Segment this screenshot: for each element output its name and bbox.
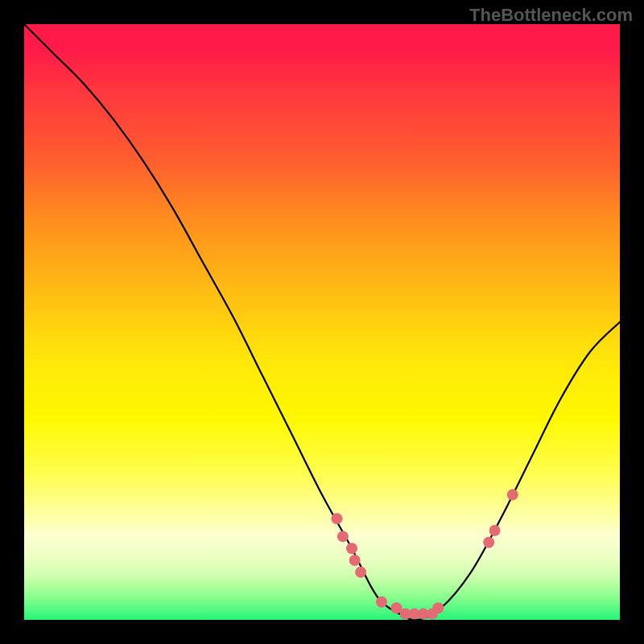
chart-point <box>346 543 357 554</box>
chart-point <box>337 530 349 542</box>
chart-point <box>332 513 343 524</box>
chart-svg <box>24 24 620 620</box>
chart-point <box>355 567 366 578</box>
chart-point <box>349 555 361 566</box>
watermark-text: TheBottleneck.com <box>469 5 633 26</box>
chart-point <box>489 525 501 536</box>
chart-point <box>432 602 444 613</box>
chart-point <box>483 537 494 548</box>
chart-point <box>507 489 518 501</box>
chart-plot-area <box>24 24 620 620</box>
chart-data-points <box>332 489 518 620</box>
chart-point <box>376 597 387 608</box>
bottleneck-curve <box>24 24 620 620</box>
